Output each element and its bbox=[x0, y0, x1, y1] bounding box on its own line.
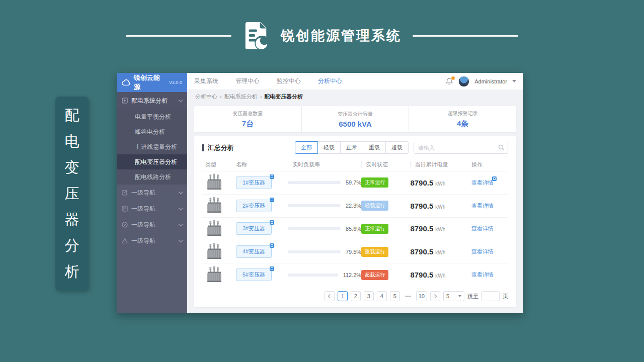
page-ellipsis[interactable]: ••• bbox=[403, 291, 413, 301]
list-icon bbox=[122, 206, 128, 212]
page-suffix-label: 页 bbox=[503, 293, 508, 300]
sidebar-group-nav-1[interactable]: 一级导航 bbox=[117, 185, 187, 201]
search-input[interactable] bbox=[414, 142, 508, 154]
sidebar-group-label: 一级导航 bbox=[131, 205, 155, 213]
filter-heavy-load-button[interactable]: 重载 bbox=[363, 141, 386, 154]
sidebar-group-distribution-analysis[interactable]: 配电系统分析 bbox=[117, 92, 187, 109]
transformer-type-cell bbox=[202, 220, 236, 238]
breadcrumb-current-page: 配电变压器分析 bbox=[264, 93, 303, 101]
header-status: 实时状态 bbox=[361, 161, 410, 168]
nav-monitoring-center[interactable]: 监控中心 bbox=[277, 77, 301, 85]
chevron-down-icon bbox=[179, 206, 183, 210]
annotation-badge-icon bbox=[270, 220, 274, 225]
sidebar-group-nav-2[interactable]: 一级导航 bbox=[117, 201, 187, 217]
chevron-down-icon bbox=[179, 222, 183, 226]
energy-value: 8790.5 bbox=[410, 224, 433, 233]
status-badge: 重载运行 bbox=[361, 247, 388, 257]
action-cell: 查看详情 bbox=[471, 225, 508, 232]
load-progress-bar bbox=[288, 227, 341, 230]
vertical-caption: 配 电 变 压 器 分 析 bbox=[55, 97, 89, 291]
load-rate-value: 112.2% bbox=[343, 272, 362, 278]
main-area: 采集系统 管理中心 监控中心 分析中心 Administrator 分 bbox=[187, 73, 523, 313]
nav-analysis-center[interactable]: 分析中心 bbox=[318, 77, 342, 85]
summary-panel: 汇总分析 全部 轻载 正常 重载 超载 bbox=[194, 136, 516, 307]
sidebar-submenu: 电量平衡分析 峰谷电分析 主进线需量分析 配电变压器分析 配电线路分析 bbox=[117, 109, 187, 185]
sidebar-item-transformer-analysis[interactable]: 配电变压器分析 bbox=[117, 154, 187, 169]
transformer-name-chip[interactable]: 1#变压器 bbox=[236, 176, 272, 189]
prev-page-button[interactable] bbox=[325, 291, 335, 301]
jump-to-page-input[interactable] bbox=[481, 291, 500, 301]
transformer-name-chip[interactable]: 3#变压器 bbox=[236, 222, 272, 235]
table-row: 3#变压器 85.6% 正常运行 8790.5kWh 查看详情 bbox=[202, 217, 508, 240]
sidebar-item-power-balance[interactable]: 电量平衡分析 bbox=[117, 109, 187, 124]
action-cell: 查看详情 bbox=[471, 248, 508, 255]
daily-energy-cell: 8790.5kWh bbox=[410, 270, 471, 279]
stat-label: 变压器总数量 bbox=[232, 110, 263, 117]
sidebar-group-nav-3[interactable]: 一级导航 bbox=[117, 217, 187, 233]
load-rate-cell: 22.3% bbox=[288, 203, 361, 209]
view-details-link[interactable]: 查看详情 bbox=[471, 248, 494, 255]
search-icon[interactable] bbox=[498, 144, 505, 151]
sidebar: 锐创云能源 V2.0.0 配电系统分析 电量平衡分析 峰谷电分析 主进线需量分析… bbox=[117, 73, 187, 313]
stat-value: 6500 kVA bbox=[339, 120, 372, 128]
view-details-link[interactable]: 查看详情 bbox=[471, 202, 494, 210]
page-button-1[interactable]: 1 bbox=[338, 291, 348, 301]
caption-char: 变 bbox=[65, 160, 79, 175]
filter-normal-button[interactable]: 正常 bbox=[340, 141, 363, 154]
annotation-badge-icon bbox=[270, 198, 274, 202]
sidebar-item-line-analysis[interactable]: 配电线路分析 bbox=[117, 169, 187, 185]
page-size-select[interactable]: 5 bbox=[443, 291, 464, 301]
caption-char: 压 bbox=[65, 187, 79, 201]
caption-char: 电 bbox=[65, 134, 79, 149]
breadcrumb-distribution-analysis[interactable]: 配电系统分析 bbox=[224, 93, 258, 101]
breadcrumb-analysis-center[interactable]: 分析中心 bbox=[195, 93, 217, 101]
transformer-name-cell: 2#变压器 bbox=[236, 200, 288, 212]
transformer-type-cell bbox=[202, 197, 236, 215]
nav-collection-system[interactable]: 采集系统 bbox=[194, 77, 218, 85]
cloud-icon bbox=[122, 79, 131, 86]
load-progress-bar bbox=[288, 204, 341, 207]
sidebar-item-main-feeder-demand[interactable]: 主进线需量分析 bbox=[117, 139, 187, 154]
transformer-name-chip[interactable]: 4#变压器 bbox=[236, 245, 272, 258]
page-size-value: 5 bbox=[446, 293, 449, 299]
filter-all-button[interactable]: 全部 bbox=[295, 141, 318, 154]
view-details-link[interactable]: 查看详情 bbox=[471, 179, 494, 187]
caption-char: 析 bbox=[65, 264, 79, 279]
header-daily-energy: 当日累计电量 bbox=[410, 161, 471, 168]
sidebar-item-peak-valley[interactable]: 峰谷电分析 bbox=[117, 124, 187, 139]
transformer-name-chip[interactable]: 5#变压器 bbox=[236, 268, 272, 281]
transformer-image bbox=[205, 220, 223, 238]
transformer-name-chip[interactable]: 2#变压器 bbox=[236, 200, 272, 212]
chevron-down-icon bbox=[458, 295, 461, 297]
page-button-2[interactable]: 2 bbox=[351, 291, 361, 301]
stats-card: 变压器总数量 7台 变压器合计容量 6500 kVA 超限报警记录 4条 bbox=[194, 106, 516, 132]
page-title: 锐创能源管理系统 bbox=[281, 27, 401, 45]
avatar[interactable] bbox=[458, 76, 469, 87]
document-report-icon bbox=[243, 21, 270, 50]
page-button-10[interactable]: 10 bbox=[416, 291, 427, 301]
view-details-link[interactable]: 查看详情 bbox=[471, 225, 494, 232]
view-details-link[interactable]: 查看详情 bbox=[471, 271, 494, 279]
status-cell: 轻载运行 bbox=[361, 201, 410, 211]
next-page-button[interactable] bbox=[430, 291, 440, 301]
chevron-down-icon[interactable] bbox=[512, 80, 516, 82]
notification-bell-icon[interactable] bbox=[445, 77, 453, 85]
table-row: 1#变压器 59.7% 正常运行 8790.5kWh 查看详情 bbox=[202, 171, 508, 194]
sidebar-group-label: 一级导航 bbox=[131, 237, 155, 245]
jump-to-label: 跳至 bbox=[467, 293, 478, 300]
status-badge: 超载运行 bbox=[361, 270, 388, 280]
energy-value: 8790.5 bbox=[410, 247, 433, 256]
header-load-rate: 实时负载率 bbox=[288, 161, 361, 168]
sidebar-group-nav-4[interactable]: 一级导航 bbox=[117, 233, 187, 249]
page-button-5[interactable]: 5 bbox=[390, 291, 400, 301]
transformer-table: 类型 名称 实时负载率 实时状态 当日累计电量 操作 1#变压器 bbox=[202, 158, 508, 286]
transformer-name-cell: 4#变压器 bbox=[236, 245, 288, 258]
page-button-3[interactable]: 3 bbox=[364, 291, 374, 301]
stat-total-capacity: 变压器合计容量 6500 kVA bbox=[301, 106, 409, 132]
nav-management-center[interactable]: 管理中心 bbox=[235, 77, 260, 85]
filter-overload-button[interactable]: 超载 bbox=[385, 141, 409, 154]
page-button-4[interactable]: 4 bbox=[377, 291, 387, 301]
load-rate-cell: 85.6% bbox=[288, 226, 361, 232]
transformer-name-cell: 3#变压器 bbox=[236, 222, 288, 235]
filter-light-load-button[interactable]: 轻载 bbox=[317, 141, 341, 154]
